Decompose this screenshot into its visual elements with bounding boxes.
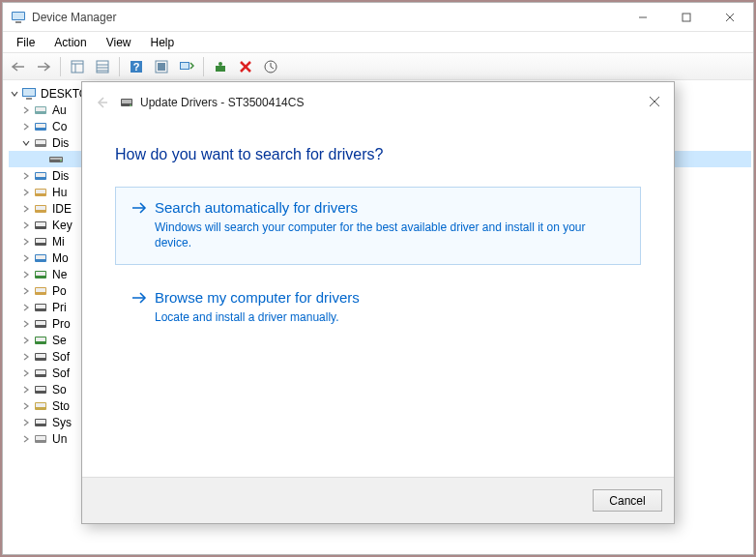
toolbar-properties-button[interactable] bbox=[91, 56, 114, 77]
toolbar-scan-button[interactable] bbox=[175, 56, 198, 77]
menu-view[interactable]: View bbox=[99, 34, 139, 51]
chevron-right-icon[interactable] bbox=[20, 252, 32, 264]
dialog-close-button[interactable] bbox=[643, 90, 666, 113]
close-button[interactable] bbox=[708, 3, 751, 31]
svg-rect-66 bbox=[36, 403, 45, 407]
disk-drive-icon bbox=[48, 152, 64, 167]
device-category-icon bbox=[33, 103, 48, 118]
svg-rect-4 bbox=[683, 14, 690, 21]
chevron-right-icon[interactable] bbox=[20, 170, 32, 182]
svg-point-74 bbox=[130, 104, 131, 106]
menu-file[interactable]: File bbox=[9, 34, 43, 51]
option-description: Locate and install a driver manually. bbox=[155, 309, 599, 325]
toolbar-separator bbox=[119, 57, 120, 76]
svg-rect-20 bbox=[216, 66, 225, 72]
tree-label: Sto bbox=[52, 399, 70, 413]
arrow-right-icon bbox=[131, 291, 147, 308]
svg-rect-52 bbox=[36, 288, 45, 292]
maximize-button[interactable] bbox=[664, 3, 708, 31]
chevron-right-icon[interactable] bbox=[20, 104, 32, 116]
svg-rect-58 bbox=[36, 337, 45, 341]
toolbar-action-button[interactable] bbox=[150, 56, 173, 77]
tree-label: Pri bbox=[52, 301, 67, 314]
dialog-back-button[interactable] bbox=[90, 91, 113, 114]
chevron-right-icon[interactable] bbox=[20, 433, 32, 445]
device-category-icon bbox=[33, 267, 48, 282]
device-category-icon bbox=[33, 349, 48, 365]
toolbar-separator bbox=[60, 57, 61, 76]
menu-help[interactable]: Help bbox=[143, 34, 183, 51]
svg-rect-70 bbox=[36, 436, 45, 440]
tree-label: Au bbox=[52, 103, 67, 117]
toolbar-forward-button[interactable] bbox=[32, 56, 55, 77]
tree-label: Ne bbox=[52, 268, 67, 281]
chevron-right-icon[interactable] bbox=[20, 302, 32, 313]
toolbar-help-button[interactable]: ? bbox=[125, 56, 148, 77]
device-category-icon bbox=[33, 415, 48, 430]
svg-rect-1 bbox=[13, 13, 24, 19]
dialog-body: How do you want to search for drivers? S… bbox=[82, 123, 674, 477]
option-title: Browse my computer for drivers bbox=[155, 289, 360, 306]
chevron-right-icon[interactable] bbox=[20, 236, 32, 248]
chevron-right-icon[interactable] bbox=[20, 121, 32, 132]
tree-label: Hu bbox=[52, 186, 67, 199]
option-description: Windows will search your computer for th… bbox=[155, 220, 599, 250]
svg-rect-17 bbox=[158, 63, 165, 71]
chevron-right-icon[interactable] bbox=[20, 335, 32, 346]
tree-label: Key bbox=[52, 219, 73, 232]
svg-rect-2 bbox=[15, 21, 21, 23]
dialog-heading: How do you want to search for drivers? bbox=[115, 146, 641, 163]
chevron-right-icon[interactable] bbox=[20, 285, 32, 297]
svg-rect-19 bbox=[181, 63, 189, 69]
device-category-icon bbox=[33, 283, 48, 299]
device-category-icon bbox=[33, 119, 48, 134]
tree-label: Sof bbox=[52, 366, 70, 380]
svg-rect-7 bbox=[72, 61, 83, 73]
svg-rect-50 bbox=[36, 272, 45, 276]
device-category-icon bbox=[33, 250, 48, 266]
svg-rect-35 bbox=[50, 158, 62, 160]
svg-rect-68 bbox=[36, 420, 45, 424]
menubar: File Action View Help bbox=[3, 32, 753, 53]
device-category-icon bbox=[33, 366, 48, 381]
tree-label: Dis bbox=[52, 136, 69, 150]
tree-label: Dis bbox=[52, 169, 69, 183]
device-category-icon bbox=[33, 300, 48, 315]
chevron-right-icon[interactable] bbox=[20, 351, 32, 363]
toolbar-back-button[interactable] bbox=[7, 56, 30, 77]
svg-rect-54 bbox=[36, 305, 45, 308]
toolbar: ? bbox=[3, 53, 753, 80]
update-drivers-dialog: Update Drivers - ST3500414CS How do you … bbox=[81, 81, 675, 524]
svg-rect-73 bbox=[122, 100, 131, 103]
chevron-down-icon[interactable] bbox=[9, 88, 20, 100]
toolbar-show-hide-button[interactable] bbox=[66, 56, 89, 77]
tree-label: So bbox=[52, 383, 67, 396]
device-category-icon bbox=[33, 185, 48, 200]
chevron-right-icon[interactable] bbox=[20, 203, 32, 215]
svg-rect-62 bbox=[36, 370, 45, 374]
cancel-button[interactable]: Cancel bbox=[593, 489, 662, 512]
toolbar-enable-button[interactable] bbox=[209, 56, 232, 77]
option-browse-computer[interactable]: Browse my computer for drivers Locate an… bbox=[115, 277, 641, 339]
chevron-right-icon[interactable] bbox=[20, 417, 32, 428]
tree-label: Mo bbox=[52, 251, 69, 265]
toolbar-uninstall-button[interactable] bbox=[234, 56, 257, 77]
chevron-right-icon[interactable] bbox=[20, 400, 32, 412]
chevron-right-icon[interactable] bbox=[20, 187, 32, 198]
tree-label: Sof bbox=[52, 350, 70, 364]
svg-rect-38 bbox=[36, 173, 45, 177]
chevron-right-icon[interactable] bbox=[20, 269, 32, 280]
titlebar: Device Manager bbox=[3, 3, 753, 32]
chevron-right-icon[interactable] bbox=[20, 367, 32, 379]
toolbar-update-button[interactable] bbox=[259, 56, 282, 77]
chevron-right-icon[interactable] bbox=[20, 318, 32, 330]
svg-rect-40 bbox=[36, 190, 45, 193]
chevron-right-icon[interactable] bbox=[20, 384, 32, 396]
chevron-down-icon[interactable] bbox=[20, 137, 32, 149]
chevron-right-icon[interactable] bbox=[20, 220, 32, 231]
minimize-button[interactable] bbox=[621, 3, 664, 31]
option-search-automatically[interactable]: Search automatically for drivers Windows… bbox=[115, 187, 641, 265]
computer-icon bbox=[21, 86, 37, 102]
menu-action[interactable]: Action bbox=[46, 34, 94, 51]
option-title: Search automatically for drivers bbox=[155, 199, 358, 216]
